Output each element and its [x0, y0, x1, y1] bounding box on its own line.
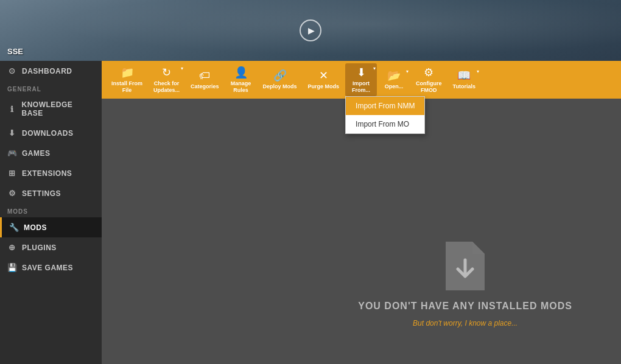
- check-updates-label: Check forUpdates...: [153, 80, 180, 94]
- check-updates-chevron: ▾: [181, 66, 183, 71]
- knowledge-base-icon: ℹ: [7, 105, 17, 114]
- manage-rules-button[interactable]: 👤 ManageRules: [225, 63, 257, 96]
- check-updates-icon: ↻: [162, 66, 171, 79]
- game-banner: SSE: [0, 0, 621, 61]
- sidebar-label-dashboard: DASHBOARD: [22, 67, 72, 75]
- deploy-mods-button[interactable]: 🔗 Deploy Mods: [258, 66, 302, 93]
- toolbar: 📁 Install FromFile ↻ Check forUpdates...…: [102, 61, 621, 99]
- tutorials-button[interactable]: 📖 Tutorials ▾: [448, 66, 480, 93]
- sidebar-item-extensions[interactable]: ⊞ EXTENSIONS: [0, 163, 102, 183]
- tutorials-wrapper: 📖 Tutorials ▾: [448, 66, 480, 93]
- check-for-updates-button[interactable]: ↻ Check forUpdates... ▾: [149, 63, 184, 96]
- import-from-dropdown: Import From NMM Import From MO: [345, 96, 425, 134]
- sidebar-label-extensions: EXTENSIONS: [22, 169, 72, 178]
- deploy-mods-icon: 🔗: [273, 69, 287, 82]
- sidebar-label-downloads: DOWNLOADS: [22, 129, 74, 138]
- content-area: YOU DON'T HAVE ANY INSTALLED MODS But do…: [102, 99, 621, 364]
- sidebar-item-mods[interactable]: 🔧 MODS: [0, 217, 102, 237]
- categories-button[interactable]: 🏷 Categories: [186, 67, 224, 93]
- sidebar-item-plugins[interactable]: ⊕ PLUGINS: [0, 237, 102, 257]
- manage-rules-label: ManageRules: [231, 80, 251, 94]
- purge-mods-button[interactable]: ✕ Purge Mods: [303, 66, 345, 93]
- purge-mods-label: Purge Mods: [308, 83, 340, 90]
- extensions-icon: ⊞: [7, 169, 17, 178]
- game-title: SSE: [7, 47, 23, 56]
- mods-section-label: MODS: [0, 203, 102, 217]
- open-label: Open...: [385, 83, 404, 90]
- import-from-icon: ⬇: [357, 66, 366, 79]
- import-from-wrapper: ⬇ ImportFrom... ▾ Import From NMM Import…: [345, 63, 377, 96]
- import-from-nmm-item[interactable]: Import From NMM: [346, 97, 424, 115]
- empty-state-icon: [441, 239, 489, 293]
- sidebar-item-downloads[interactable]: ⬇ DOWNLOADS: [0, 123, 102, 143]
- configure-fmod-label: ConfigureFMOD: [416, 80, 442, 94]
- play-button[interactable]: [300, 19, 321, 41]
- configure-fmod-button[interactable]: ⚙ ConfigureFMOD: [411, 63, 447, 96]
- sidebar-item-games[interactable]: 🎮 GAMES: [0, 143, 102, 163]
- import-from-mo-item[interactable]: Import From MO: [346, 115, 424, 133]
- plugins-icon: ⊕: [7, 243, 17, 252]
- right-panel: 📁 Install FromFile ↻ Check forUpdates...…: [102, 61, 621, 364]
- sidebar-label-games: GAMES: [22, 149, 51, 158]
- empty-state-subtitle: But don't worry, I know a place...: [413, 319, 518, 327]
- categories-icon: 🏷: [199, 69, 210, 82]
- open-button[interactable]: 📂 Open... ▾: [378, 66, 410, 93]
- games-icon: 🎮: [7, 149, 17, 158]
- empty-state: YOU DON'T HAVE ANY INSTALLED MODS But do…: [358, 239, 572, 327]
- sidebar-label-plugins: PLUGINS: [22, 243, 57, 252]
- sidebar-item-settings[interactable]: ⚙ SETTINGS: [0, 183, 102, 203]
- sidebar-item-save-games[interactable]: 💾 SAVE GAMES: [0, 257, 102, 278]
- sidebar-label-settings: SETTINGS: [22, 189, 61, 198]
- dashboard-icon: ⊙: [7, 66, 17, 75]
- tutorials-chevron: ▾: [477, 69, 479, 74]
- import-from-chevron: ▾: [373, 66, 376, 71]
- save-games-icon: 💾: [7, 263, 17, 272]
- import-from-label: ImportFrom...: [352, 80, 370, 94]
- sidebar-item-knowledge-base[interactable]: ℹ KNOWLEDGE BASE: [0, 95, 102, 123]
- categories-label: Categories: [191, 83, 219, 90]
- purge-mods-icon: ✕: [319, 69, 328, 82]
- open-chevron: ▾: [406, 69, 409, 74]
- sidebar-label-save-games: SAVE GAMES: [22, 264, 73, 272]
- install-from-file-icon: 📁: [121, 66, 134, 79]
- install-from-file-button[interactable]: 📁 Install FromFile: [107, 63, 147, 96]
- sidebar-label-mods: MODS: [24, 223, 47, 232]
- import-from-button[interactable]: ⬇ ImportFrom... ▾: [345, 63, 377, 96]
- main-layout: ⊙ DASHBOARD GENERAL ℹ KNOWLEDGE BASE ⬇ D…: [0, 61, 621, 364]
- general-section-label: GENERAL: [0, 81, 102, 95]
- manage-rules-icon: 👤: [234, 66, 248, 79]
- tutorials-label: Tutorials: [453, 83, 475, 90]
- settings-icon: ⚙: [7, 189, 17, 198]
- mods-icon: 🔧: [9, 223, 19, 232]
- open-icon: 📂: [387, 69, 401, 82]
- deploy-mods-label: Deploy Mods: [263, 83, 297, 90]
- install-from-file-label: Install FromFile: [111, 80, 142, 94]
- check-for-updates-wrapper: ↻ Check forUpdates... ▾: [149, 63, 184, 96]
- sidebar-label-knowledge-base: KNOWLEDGE BASE: [22, 100, 94, 117]
- open-wrapper: 📂 Open... ▾: [378, 66, 410, 93]
- empty-state-title: YOU DON'T HAVE ANY INSTALLED MODS: [358, 301, 572, 312]
- sidebar: ⊙ DASHBOARD GENERAL ℹ KNOWLEDGE BASE ⬇ D…: [0, 61, 102, 364]
- downloads-icon: ⬇: [7, 128, 17, 138]
- tutorials-icon: 📖: [457, 69, 471, 82]
- configure-fmod-icon: ⚙: [424, 66, 433, 79]
- sidebar-item-dashboard[interactable]: ⊙ DASHBOARD: [0, 61, 102, 81]
